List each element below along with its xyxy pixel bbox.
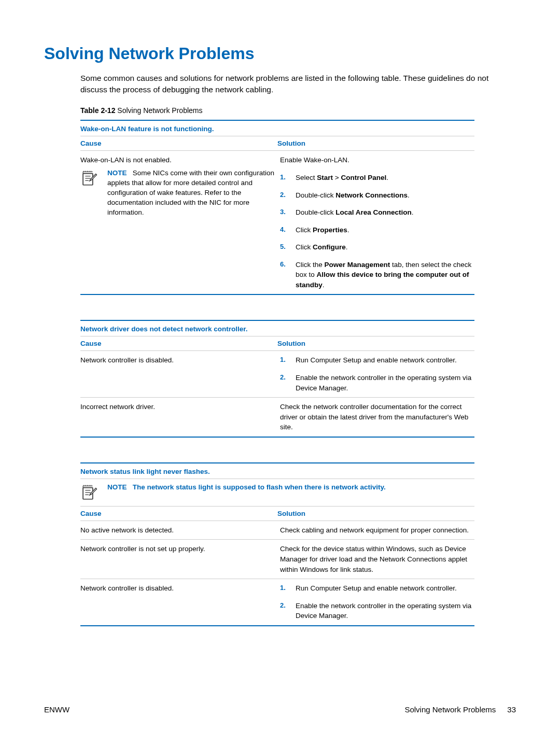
solution-steps: 1.Run Computer Setup and enable network … bbox=[280, 583, 474, 621]
step-text: Run Computer Setup and enable network co… bbox=[296, 583, 457, 594]
page-footer: ENWW Solving Network Problems 33 bbox=[44, 705, 516, 714]
step-text: Double-click Network Connections. bbox=[296, 190, 410, 201]
table-driver-detect: Network driver does not detect network c… bbox=[80, 320, 474, 437]
step-number: 2. bbox=[280, 190, 287, 201]
table1-header-row: Cause Solution bbox=[80, 136, 474, 151]
solution-cell: 1.Run Computer Setup and enable network … bbox=[280, 583, 474, 621]
cause-header: Cause bbox=[80, 139, 277, 147]
note-icon bbox=[80, 170, 98, 187]
step-text: Enable the network controller in the ope… bbox=[296, 601, 474, 621]
list-item: 1.Run Computer Setup and enable network … bbox=[280, 583, 474, 594]
step-number: 5. bbox=[280, 242, 287, 252]
table-row: Wake-on-LAN is not enabled. NOTE Some NI… bbox=[80, 151, 474, 294]
list-item: 1.Run Computer Setup and enable network … bbox=[280, 355, 474, 366]
list-item: 3.Double-click Local Area Connection. bbox=[280, 207, 474, 218]
table-row: No active network is detected.Check cabl… bbox=[80, 521, 474, 540]
note-block: NOTE Some NICs come with their own confi… bbox=[80, 168, 275, 217]
cause-cell: Incorrect network driver. bbox=[80, 402, 280, 432]
list-item: 2.Enable the network controller in the o… bbox=[280, 373, 474, 393]
solution-cell: Check cabling and network equipment for … bbox=[280, 525, 474, 536]
step-number: 2. bbox=[280, 373, 287, 393]
step-text: Click the Power Management tab, then sel… bbox=[296, 260, 474, 290]
step-number: 1. bbox=[280, 583, 287, 594]
table-label: Table 2-12 Solving Network Problems bbox=[80, 106, 516, 115]
cause-text: Wake-on-LAN is not enabled. bbox=[80, 155, 275, 165]
step-text: Double-click Local Area Connection. bbox=[296, 207, 414, 218]
step-text: Enable the network controller in the ope… bbox=[296, 373, 474, 393]
solution-steps: 1.Run Computer Setup and enable network … bbox=[280, 355, 474, 393]
cause-cell: Network controller is disabled. bbox=[80, 583, 280, 621]
table-row: Network controller is not set up properl… bbox=[80, 540, 474, 579]
list-item: 5.Click Configure. bbox=[280, 242, 474, 252]
step-number: 1. bbox=[280, 173, 287, 183]
solution-cell: Check for the device status within Windo… bbox=[280, 544, 474, 574]
table1-caption: Wake-on-LAN feature is not functioning. bbox=[80, 121, 474, 136]
table-row: Incorrect network driver.Check the netwo… bbox=[80, 398, 474, 437]
list-item: 1.Select Start > Control Panel. bbox=[280, 173, 474, 183]
list-item: 4.Click Properties. bbox=[280, 225, 474, 235]
cause-header: Cause bbox=[80, 340, 277, 347]
cause-cell: Network controller is not set up properl… bbox=[80, 544, 280, 574]
list-item: 2.Enable the network controller in the o… bbox=[280, 601, 474, 621]
intro-text: Some common causes and solutions for net… bbox=[80, 73, 516, 95]
step-text: Run Computer Setup and enable network co… bbox=[296, 355, 457, 366]
footer-section: Solving Network Problems bbox=[404, 705, 496, 714]
table2-caption: Network driver does not detect network c… bbox=[80, 321, 474, 336]
table3-note: NOTE The network status light is suppose… bbox=[80, 479, 474, 507]
step-number: 4. bbox=[280, 225, 287, 235]
step-text: Click Properties. bbox=[296, 225, 349, 235]
step-number: 2. bbox=[280, 601, 287, 621]
footer-page-number: 33 bbox=[507, 705, 516, 714]
solution-header: Solution bbox=[277, 139, 474, 147]
solution-header: Solution bbox=[277, 510, 474, 517]
solution-steps: 1.Select Start > Control Panel.2.Double-… bbox=[280, 173, 474, 290]
table-row: Network controller is disabled.1.Run Com… bbox=[80, 351, 474, 398]
solution-cell: Enable Wake-on-LAN. 1.Select Start > Con… bbox=[280, 155, 474, 290]
table-wake-on-lan: Wake-on-LAN feature is not functioning. … bbox=[80, 120, 474, 295]
table2-header-row: Cause Solution bbox=[80, 336, 474, 351]
table-row: Network controller is disabled.1.Run Com… bbox=[80, 579, 474, 625]
table3-header-row: Cause Solution bbox=[80, 507, 474, 521]
list-item: 2.Double-click Network Connections. bbox=[280, 190, 474, 201]
note-body: NOTE Some NICs come with their own confi… bbox=[107, 168, 275, 217]
note-body: NOTE The network status light is suppose… bbox=[107, 483, 386, 493]
list-item: 6.Click the Power Management tab, then s… bbox=[280, 260, 474, 290]
table-status-light: Network status link light never flashes.… bbox=[80, 462, 474, 626]
solution-cell: Check the network controller documentati… bbox=[280, 402, 474, 432]
footer-left: ENWW bbox=[44, 705, 69, 714]
solution-lead: Enable Wake-on-LAN. bbox=[280, 155, 474, 165]
page-heading: Solving Network Problems bbox=[44, 44, 516, 63]
cause-cell: Wake-on-LAN is not enabled. NOTE Some NI… bbox=[80, 155, 280, 290]
cause-header: Cause bbox=[80, 510, 277, 517]
cause-cell: No active network is detected. bbox=[80, 525, 280, 536]
solution-cell: 1.Run Computer Setup and enable network … bbox=[280, 355, 474, 393]
step-text: Click Configure. bbox=[296, 242, 348, 252]
step-number: 3. bbox=[280, 207, 287, 218]
note-icon bbox=[80, 484, 98, 501]
solution-header: Solution bbox=[277, 340, 474, 347]
step-text: Select Start > Control Panel. bbox=[296, 173, 388, 183]
step-number: 6. bbox=[280, 260, 287, 290]
cause-cell: Network controller is disabled. bbox=[80, 355, 280, 393]
step-number: 1. bbox=[280, 355, 287, 366]
table3-caption: Network status link light never flashes. bbox=[80, 463, 474, 479]
